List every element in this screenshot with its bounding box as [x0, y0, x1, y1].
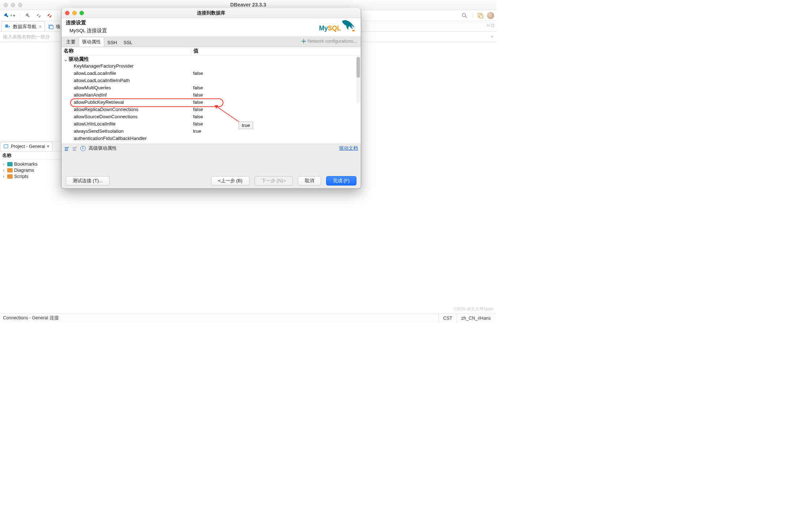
watermark: CSDN @文大奇Quiin: [454, 306, 493, 312]
prop-value[interactable]: [191, 77, 361, 84]
prop-row[interactable]: allowNanAndInffalse: [61, 91, 361, 99]
tab-strip-min-icons[interactable]: ▭ ▢: [487, 23, 494, 27]
status-locale: zh_CN_#Hans: [457, 314, 496, 323]
dialog-close-dot[interactable]: [65, 11, 69, 15]
prop-value[interactable]: [191, 135, 361, 142]
new-connection-button[interactable]: + ▾: [2, 12, 17, 19]
chevron-down-icon[interactable]: ⌄: [64, 56, 69, 62]
dialog-min-dot[interactable]: [72, 11, 77, 15]
prop-name: allowLoadLocalInfile: [61, 70, 191, 77]
prop-name: allowMultiQueries: [61, 84, 191, 91]
prop-row[interactable]: authenticationPlugins: [61, 142, 361, 144]
network-config-button[interactable]: Network configurations...: [301, 39, 357, 44]
prop-value[interactable]: false: [191, 70, 361, 77]
driver-doc-link[interactable]: 驱动文档: [339, 145, 358, 152]
dlg-tab-ssh[interactable]: SSH: [104, 38, 120, 47]
prop-value[interactable]: false: [191, 99, 361, 106]
prop-value[interactable]: false: [191, 91, 361, 99]
plus-icon: [301, 39, 306, 44]
close-icon[interactable]: ×: [39, 24, 42, 29]
info-icon: i: [80, 146, 86, 151]
dialog-titlebar: 连接到数据库: [61, 8, 361, 18]
dlg-tab-driver-props[interactable]: 驱动属性: [79, 37, 104, 47]
prop-value[interactable]: false: [191, 113, 361, 120]
prop-name: authenticationPlugins: [61, 142, 191, 144]
cancel-button[interactable]: 取消: [298, 176, 321, 186]
open-perspective-icon[interactable]: +: [478, 13, 483, 18]
remove-prop-icon[interactable]: −: [72, 146, 77, 151]
dlg-tab-ssl[interactable]: SSL: [120, 38, 136, 47]
close-icon[interactable]: ×: [47, 144, 49, 149]
svg-point-16: [352, 30, 355, 31]
props-col-value: 值: [191, 47, 361, 55]
prop-value[interactable]: false: [191, 84, 361, 91]
prop-name: allowLoadLocalInfileInPath: [61, 77, 191, 84]
chevron-right-icon: ›: [1, 161, 6, 167]
tab-project-general[interactable]: Project - General ×: [0, 142, 53, 151]
prop-name: allowPublicKeyRetrieval: [61, 99, 191, 106]
prop-row[interactable]: allowUrlInLocalInfilefalse: [61, 120, 361, 128]
annotation-true-box: true: [239, 122, 253, 129]
dlg-tab-main[interactable]: 主要: [63, 37, 79, 47]
folder-icon: [7, 168, 13, 173]
prop-value[interactable]: [191, 63, 361, 70]
next-button: 下一步 (N)>: [255, 176, 293, 186]
app-title: DBeaver 23.3.3: [0, 2, 496, 8]
disconnect-button[interactable]: [34, 12, 43, 19]
prop-row[interactable]: allowSourceDownConnectionsfalse: [61, 113, 361, 120]
perspective-icon[interactable]: [487, 12, 494, 19]
prop-name: allowNanAndInf: [61, 91, 191, 99]
prop-name: KeyManagerFactoryProvider: [61, 63, 191, 70]
dialog-title: 连接到数据库: [197, 10, 225, 16]
prop-row[interactable]: allowLoadLocalInfilefalse: [61, 70, 361, 77]
svg-text:+: +: [481, 15, 483, 18]
prop-value[interactable]: true: [191, 128, 361, 135]
prop-name: allowSourceDownConnections: [61, 113, 191, 120]
chevron-right-icon: ›: [1, 174, 6, 179]
connection-dialog: 连接到数据库 连接设置 MySQL 连接设置 MySQL ® 主要 驱动属性 S…: [61, 8, 361, 189]
svg-text:MySQL: MySQL: [319, 25, 341, 32]
prop-value[interactable]: false: [191, 120, 361, 128]
prop-name: allowReplicaDownConnections: [61, 106, 191, 113]
db-nav-icon: [5, 24, 11, 30]
test-connection-button[interactable]: 测试连接 (T)...: [66, 176, 110, 186]
dialog-subbar: + − i 高级驱动属性 驱动文档: [61, 144, 361, 153]
status-bar: Connections - General 连接 CST zh_CN_#Hans: [0, 313, 496, 323]
tree-label: Bookmarks: [14, 161, 38, 167]
prop-value[interactable]: [191, 142, 361, 144]
dialog-body: 名称 值 ⌄ 驱动属性 KeyManagerFactoryProviderall…: [61, 47, 361, 153]
prop-row[interactable]: allowPublicKeyRetrievalfalse: [61, 99, 361, 106]
tab-db-navigator[interactable]: 数据库导航 ×: [1, 21, 45, 31]
folder-icon: [7, 162, 13, 166]
dialog-header: 连接设置 MySQL 连接设置 MySQL ®: [61, 18, 361, 37]
project-tab-label: Project - General: [11, 144, 45, 149]
scrollbar-thumb[interactable]: [356, 57, 360, 78]
projects-icon: [48, 24, 54, 30]
dialog-max-dot[interactable]: [80, 11, 84, 15]
svg-rect-13: [4, 145, 8, 148]
prop-row[interactable]: allowMultiQueriesfalse: [61, 84, 361, 91]
project-icon: [3, 144, 9, 149]
dialog-header-sub: MySQL 连接设置: [66, 27, 356, 34]
props-root-label: 驱动属性: [69, 56, 89, 63]
prop-row[interactable]: KeyManagerFactoryProvider: [61, 63, 361, 70]
dialog-tabs: 主要 驱动属性 SSH SSL Network configurations..…: [61, 37, 361, 47]
prop-value[interactable]: false: [191, 106, 361, 113]
disconnect-all-button[interactable]: [45, 12, 54, 19]
prop-row[interactable]: alwaysSendSetIsolationtrue: [61, 128, 361, 135]
props-table[interactable]: ⌄ 驱动属性 KeyManagerFactoryProviderallowLoa…: [61, 55, 361, 144]
prev-button[interactable]: <上一步 (B): [211, 176, 249, 186]
prop-row[interactable]: authenticationFidoCallbackHandler: [61, 135, 361, 142]
svg-point-9: [9, 26, 10, 27]
prop-row[interactable]: allowLoadLocalInfileInPath: [61, 77, 361, 84]
prop-row[interactable]: allowReplicaDownConnectionsfalse: [61, 106, 361, 113]
dialog-header-title: 连接设置: [66, 20, 356, 26]
tree-label: Diagrams: [14, 167, 34, 173]
add-prop-icon[interactable]: +: [64, 146, 69, 151]
finish-button[interactable]: 完成 (F): [326, 176, 356, 186]
props-col-name: 名称: [61, 47, 191, 55]
status-cst: CST: [439, 314, 457, 323]
connect-button[interactable]: [23, 12, 32, 19]
tree-label: Scripts: [14, 174, 29, 179]
search-icon[interactable]: [461, 12, 468, 19]
